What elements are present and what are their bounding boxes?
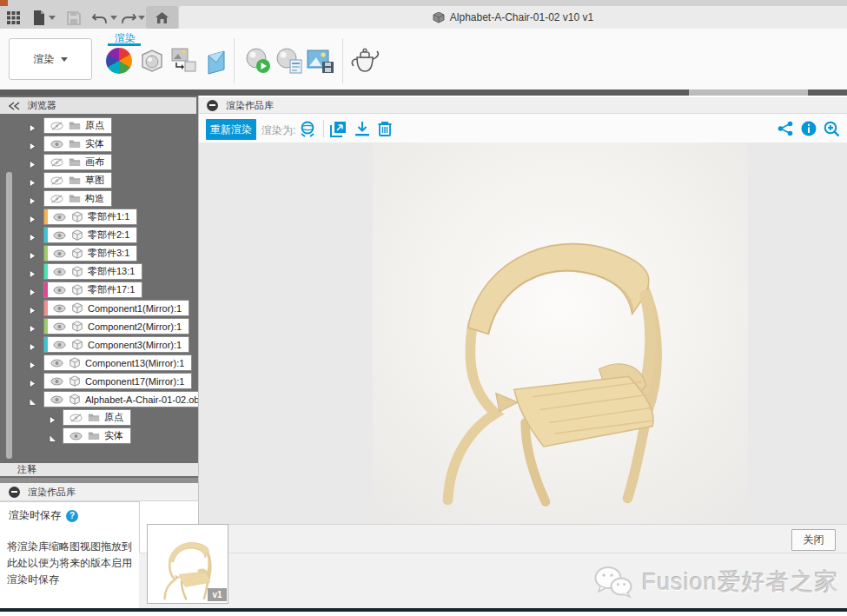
tab-render[interactable]: 渲染 <box>108 31 142 43</box>
browser-row[interactable]: 零部件17:1 <box>0 281 196 299</box>
expand-icon[interactable] <box>29 157 36 167</box>
incanvas-render-settings-icon[interactable] <box>275 47 303 75</box>
browser-item[interactable]: 零部件13:1 <box>43 263 142 280</box>
expand-icon[interactable] <box>29 212 36 222</box>
visibility-off-icon[interactable] <box>50 122 63 130</box>
expand-icon[interactable] <box>29 121 36 130</box>
browser-item[interactable]: 零部件2:1 <box>43 227 137 243</box>
save-icon[interactable] <box>66 10 81 25</box>
browser-row[interactable]: Component3(Mirror):1 <box>0 335 196 354</box>
expand-icon[interactable] <box>29 340 36 349</box>
browser-row[interactable]: Alphabet-A-Chair-01-02.obj:1 <box>0 390 196 408</box>
browser-row[interactable]: Component17(Mirror):1 <box>0 372 196 390</box>
browser-item[interactable]: 零部件17:1 <box>43 282 142 298</box>
app-grid-icon[interactable] <box>6 10 21 25</box>
capture-image-icon[interactable] <box>307 47 334 75</box>
browser-item[interactable]: Component3(Mirror):1 <box>43 336 189 353</box>
browser-item[interactable]: 原点 <box>63 409 131 426</box>
browser-item[interactable]: 零部件1:1 <box>43 209 137 225</box>
visibility-on-icon[interactable] <box>52 322 66 331</box>
visibility-on-icon[interactable] <box>50 140 63 149</box>
scene-settings-icon[interactable] <box>138 47 166 75</box>
expand-icon[interactable] <box>29 194 36 203</box>
download-icon[interactable] <box>354 120 371 137</box>
render-teapot-icon[interactable] <box>348 47 381 75</box>
collapse-gallery-icon[interactable] <box>207 100 218 111</box>
expand-open-icon[interactable] <box>49 431 56 440</box>
visibility-off-icon[interactable] <box>50 176 63 185</box>
info-icon[interactable] <box>800 120 817 137</box>
visibility-on-icon[interactable] <box>52 231 66 240</box>
expand-icon[interactable] <box>29 321 36 331</box>
render-thumbnail[interactable]: v1 <box>147 524 228 604</box>
redo-caret[interactable] <box>138 16 145 20</box>
browser-row[interactable]: 零部件2:1 <box>0 226 196 244</box>
browser-item[interactable]: Component17(Mirror):1 <box>43 373 192 389</box>
visibility-on-icon[interactable] <box>50 359 63 368</box>
visibility-off-icon[interactable] <box>50 195 63 203</box>
browser-row[interactable]: 原点 <box>0 408 196 427</box>
rendered-image[interactable] <box>373 142 748 524</box>
close-button[interactable]: 关闭 <box>791 529 836 551</box>
browser-row[interactable]: 原点 <box>0 116 196 135</box>
visibility-on-icon[interactable] <box>52 249 66 258</box>
browser-row[interactable]: 零部件13:1 <box>0 262 196 281</box>
file-menu-caret[interactable] <box>49 16 56 20</box>
home-button[interactable] <box>146 6 178 29</box>
browser-item[interactable]: Alphabet-A-Chair-01-02.obj:1 <box>43 391 217 407</box>
visibility-on-icon[interactable] <box>50 395 63 404</box>
browser-row[interactable]: 画布 <box>0 153 196 171</box>
browser-item[interactable]: 实体 <box>63 427 131 444</box>
visibility-off-icon[interactable] <box>50 158 63 167</box>
browser-row[interactable]: Component2(Mirror):1 <box>0 317 196 335</box>
visibility-on-icon[interactable] <box>50 377 63 386</box>
browser-item[interactable]: Component13(Mirror):1 <box>43 354 192 371</box>
file-menu-icon[interactable] <box>31 10 46 25</box>
expand-icon[interactable] <box>29 303 36 313</box>
share-icon[interactable] <box>777 120 794 137</box>
browser-row[interactable]: 实体 <box>0 427 196 445</box>
rerender-button[interactable]: 重新渲染 <box>206 119 256 140</box>
browser-item[interactable]: 画布 <box>43 154 112 170</box>
browser-item[interactable]: Component1(Mirror):1 <box>43 300 189 316</box>
browser-row[interactable]: 草图 <box>0 171 196 189</box>
visibility-on-icon[interactable] <box>52 213 66 222</box>
browser-scrollbar[interactable] <box>6 172 12 459</box>
appearance-icon[interactable] <box>105 47 133 75</box>
render-target-icon[interactable] <box>299 120 316 137</box>
browser-row[interactable]: 零部件3:1 <box>0 244 196 262</box>
redo-icon[interactable] <box>122 10 136 25</box>
panel-divider-bar[interactable] <box>0 89 847 96</box>
expand-icon[interactable] <box>29 230 36 240</box>
browser-item[interactable]: 原点 <box>43 117 112 134</box>
browser-item[interactable]: 草图 <box>43 172 112 189</box>
help-icon[interactable]: ? <box>66 510 78 522</box>
browser-row[interactable]: 零部件1:1 <box>0 208 196 226</box>
expand-open-icon[interactable] <box>29 394 36 404</box>
workspace-selector-button[interactable]: 渲染 <box>9 38 92 80</box>
incanvas-render-icon[interactable] <box>244 47 272 75</box>
browser-row[interactable]: 实体 <box>0 135 196 153</box>
collapse-panel-icon[interactable] <box>9 102 20 110</box>
zoom-in-icon[interactable] <box>823 120 840 137</box>
browser-row[interactable]: Component13(Mirror):1 <box>0 354 196 372</box>
visibility-on-icon[interactable] <box>52 286 66 295</box>
browser-item[interactable]: 零部件3:1 <box>43 245 137 262</box>
collapse-section-icon[interactable] <box>9 487 20 498</box>
decal-icon[interactable] <box>170 47 198 75</box>
visibility-off-icon[interactable] <box>69 414 83 422</box>
texture-map-control-icon[interactable] <box>202 49 230 76</box>
open-image-icon[interactable] <box>329 120 347 137</box>
expand-icon[interactable] <box>29 285 36 295</box>
browser-row[interactable]: Component1(Mirror):1 <box>0 299 196 317</box>
undo-caret[interactable] <box>110 16 117 20</box>
undo-icon[interactable] <box>92 10 107 25</box>
visibility-on-icon[interactable] <box>52 341 66 349</box>
document-tab[interactable]: Alphabet-A-Chair-01-02 v10 v1 <box>179 6 847 29</box>
visibility-on-icon[interactable] <box>69 432 83 440</box>
expand-icon[interactable] <box>29 176 36 185</box>
visibility-on-icon[interactable] <box>52 268 66 276</box>
notes-bar[interactable]: 注释 <box>0 461 198 478</box>
browser-item[interactable]: 构造 <box>43 190 112 207</box>
expand-icon[interactable] <box>29 376 36 386</box>
